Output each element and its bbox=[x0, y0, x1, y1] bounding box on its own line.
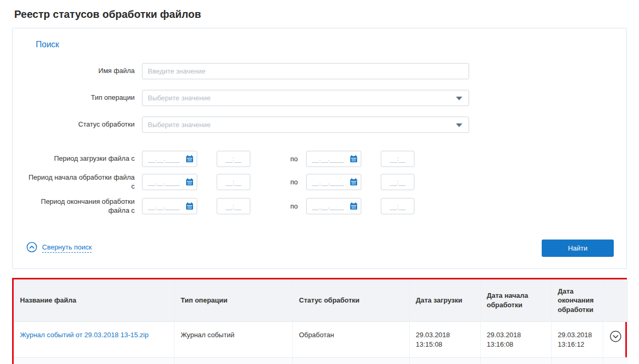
start-time-from-field bbox=[217, 174, 250, 190]
operation-type-label: Тип операции bbox=[25, 93, 142, 102]
calendar-icon[interactable] bbox=[350, 155, 358, 165]
table-row: Журнал событий от 29.03.2018 13-15.zip Ж… bbox=[14, 358, 628, 364]
upload-time-to-field bbox=[381, 151, 414, 167]
end-period-row: Период окончания обработки файла с по bbox=[25, 197, 614, 215]
header-status: Статус обработки bbox=[292, 279, 409, 322]
calendar-icon[interactable] bbox=[350, 202, 358, 212]
upload-time-to-input[interactable] bbox=[381, 151, 414, 167]
upload-period-label: Период загрузки файла с bbox=[25, 154, 142, 163]
results-table-highlight: Название файла Тип операции Статус обраб… bbox=[12, 278, 627, 364]
processing-status-label: Статус обработки bbox=[25, 120, 142, 129]
table-row: Журнал событий от 29.03.2018 13-15.zip Ж… bbox=[14, 322, 628, 358]
to-label: по bbox=[290, 202, 298, 210]
end-time-from-input[interactable] bbox=[217, 199, 250, 214]
start-period-label: Период начала обработки файла с bbox=[25, 173, 142, 191]
collapse-search-link[interactable]: Свернуть поиск bbox=[26, 242, 92, 255]
end-time-to-field bbox=[381, 198, 414, 214]
processing-status-placeholder: Выберите значение bbox=[143, 121, 469, 129]
end-time-from-field bbox=[217, 198, 250, 214]
chevron-down-icon bbox=[456, 97, 462, 100]
end-period-label: Период окончания обработки файла с bbox=[25, 197, 142, 215]
operation-type-placeholder: Выберите значение bbox=[143, 94, 469, 102]
start-time-from-input[interactable] bbox=[217, 174, 250, 190]
cell-status: Обработан bbox=[292, 322, 409, 358]
find-button[interactable]: Найти bbox=[542, 240, 614, 257]
processing-status-select[interactable]: Выберите значение bbox=[142, 117, 469, 133]
calendar-icon[interactable] bbox=[186, 178, 194, 188]
search-panel: Поиск Имя файла Тип операции Выберите зн… bbox=[12, 28, 627, 269]
calendar-icon[interactable] bbox=[186, 202, 194, 212]
cell-operation-type: Журнал событий bbox=[174, 322, 292, 358]
header-end-date: Дата окончания обработки bbox=[551, 279, 603, 322]
cell-start-date bbox=[480, 358, 551, 364]
upload-date-from-field bbox=[142, 151, 197, 167]
cell-expand bbox=[603, 358, 628, 364]
calendar-icon[interactable] bbox=[186, 155, 194, 165]
results-table: Название файла Тип операции Статус обраб… bbox=[14, 279, 628, 364]
cell-upload-date: 29.03.2018 13:15:03 bbox=[409, 358, 480, 364]
cell-end-date: 29.03.2018 13:16:12 bbox=[551, 322, 603, 358]
processing-status-row: Статус обработки Выберите значение bbox=[25, 117, 614, 133]
chevron-down-circle-icon[interactable] bbox=[610, 330, 622, 345]
file-name-label: Имя файла bbox=[25, 67, 142, 76]
file-name-field-wrap bbox=[142, 63, 469, 79]
cell-file-name: Журнал событий от 29.03.2018 13-15.zip bbox=[14, 322, 174, 358]
start-time-to-input[interactable] bbox=[381, 174, 414, 190]
to-label: по bbox=[290, 178, 298, 186]
start-time-to-field bbox=[381, 174, 414, 190]
cell-operation-type: Журнал событий bbox=[174, 358, 292, 364]
start-date-to-field bbox=[306, 174, 361, 190]
file-name-row: Имя файла bbox=[25, 63, 614, 79]
upload-time-from-field bbox=[217, 151, 250, 167]
upload-time-from-input[interactable] bbox=[217, 151, 250, 167]
end-time-to-input[interactable] bbox=[381, 199, 414, 214]
end-date-to-field bbox=[306, 198, 361, 214]
upload-date-to-field bbox=[306, 151, 361, 167]
calendar-icon[interactable] bbox=[350, 178, 358, 188]
header-upload-date: Дата загрузки bbox=[409, 279, 480, 322]
page-title: Реестр статусов обработки файлов bbox=[14, 8, 639, 20]
collapse-search-label: Свернуть поиск bbox=[42, 243, 92, 253]
search-footer: Свернуть поиск Найти bbox=[25, 240, 614, 257]
cell-start-date: 29.03.2018 13:16:08 bbox=[480, 322, 551, 358]
header-file-name: Название файла bbox=[14, 279, 174, 322]
cell-status: В очереди bbox=[292, 358, 409, 364]
header-expand bbox=[603, 279, 628, 322]
cell-file-name: Журнал событий от 29.03.2018 13-15.zip bbox=[14, 358, 174, 364]
cell-end-date bbox=[551, 358, 603, 364]
table-header-row: Название файла Тип операции Статус обраб… bbox=[14, 279, 628, 322]
cell-expand bbox=[603, 322, 628, 358]
start-date-from-field bbox=[142, 174, 197, 190]
header-start-date: Дата начала обработки bbox=[480, 279, 551, 322]
search-heading: Поиск bbox=[36, 40, 614, 49]
file-link[interactable]: Журнал событий от 29.03.2018 13-15.zip bbox=[20, 331, 148, 339]
start-period-row: Период начала обработки файла с по bbox=[25, 173, 614, 191]
upload-period-row: Период загрузки файла с по bbox=[25, 151, 614, 167]
end-date-from-field bbox=[142, 198, 197, 214]
operation-type-select[interactable]: Выберите значение bbox=[142, 90, 469, 106]
cell-upload-date: 29.03.2018 13:15:08 bbox=[409, 322, 480, 358]
chevron-up-circle-icon bbox=[26, 242, 37, 255]
file-name-input[interactable] bbox=[143, 64, 469, 79]
chevron-down-icon bbox=[456, 123, 462, 127]
operation-type-row: Тип операции Выберите значение bbox=[25, 90, 614, 106]
header-operation-type: Тип операции bbox=[174, 279, 292, 322]
to-label: по bbox=[290, 155, 298, 163]
